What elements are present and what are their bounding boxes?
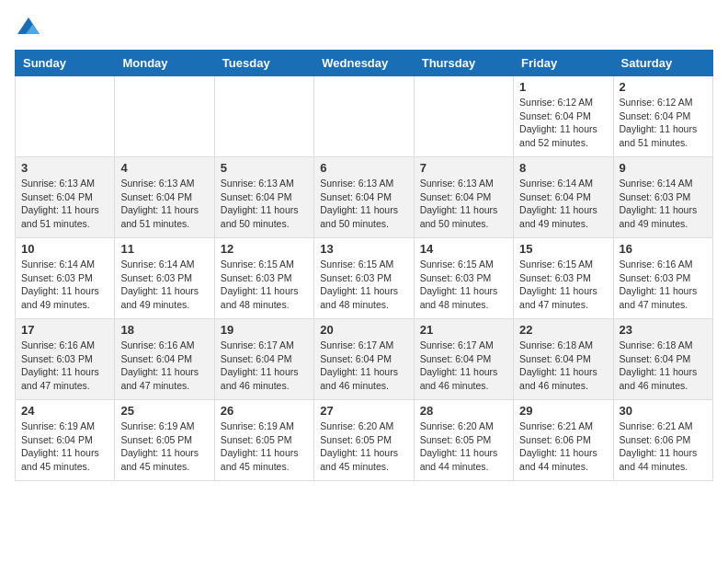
calendar-cell: 23Sunrise: 6:18 AM Sunset: 6:04 PM Dayli… — [613, 319, 712, 400]
day-number: 23 — [620, 323, 707, 337]
calendar-cell — [414, 76, 513, 157]
day-number: 24 — [21, 404, 108, 418]
calendar-cell: 27Sunrise: 6:20 AM Sunset: 6:05 PM Dayli… — [314, 400, 414, 481]
day-number: 15 — [519, 242, 607, 256]
day-number: 25 — [120, 404, 208, 418]
day-number: 16 — [620, 242, 707, 256]
calendar-cell: 7Sunrise: 6:13 AM Sunset: 6:04 PM Daylig… — [414, 157, 513, 238]
day-info: Sunrise: 6:18 AM Sunset: 6:04 PM Dayligh… — [620, 339, 707, 393]
calendar-cell: 5Sunrise: 6:13 AM Sunset: 6:04 PM Daylig… — [214, 157, 313, 238]
logo — [15, 15, 46, 42]
day-info: Sunrise: 6:18 AM Sunset: 6:04 PM Dayligh… — [519, 339, 607, 393]
day-info: Sunrise: 6:13 AM Sunset: 6:04 PM Dayligh… — [320, 177, 407, 231]
day-number: 13 — [320, 242, 407, 256]
calendar-cell: 22Sunrise: 6:18 AM Sunset: 6:04 PM Dayli… — [514, 319, 613, 400]
day-number: 22 — [519, 323, 607, 337]
calendar-cell: 9Sunrise: 6:14 AM Sunset: 6:03 PM Daylig… — [613, 157, 712, 238]
day-number: 1 — [519, 80, 607, 94]
day-info: Sunrise: 6:17 AM Sunset: 6:04 PM Dayligh… — [320, 339, 407, 393]
calendar-table: SundayMondayTuesdayWednesdayThursdayFrid… — [15, 50, 713, 481]
day-number: 20 — [320, 323, 407, 337]
day-info: Sunrise: 6:12 AM Sunset: 6:04 PM Dayligh… — [519, 96, 607, 150]
calendar-cell: 8Sunrise: 6:14 AM Sunset: 6:04 PM Daylig… — [514, 157, 613, 238]
day-number: 8 — [519, 161, 607, 175]
calendar-cell: 1Sunrise: 6:12 AM Sunset: 6:04 PM Daylig… — [514, 76, 613, 157]
weekday-header-monday: Monday — [115, 51, 214, 76]
calendar-cell: 15Sunrise: 6:15 AM Sunset: 6:03 PM Dayli… — [514, 238, 613, 319]
day-number: 19 — [221, 323, 308, 337]
calendar-cell — [115, 76, 214, 157]
day-number: 14 — [420, 242, 507, 256]
day-number: 21 — [420, 323, 507, 337]
day-number: 28 — [420, 404, 507, 418]
weekday-header-wednesday: Wednesday — [314, 51, 414, 76]
calendar-cell: 24Sunrise: 6:19 AM Sunset: 6:04 PM Dayli… — [16, 400, 115, 481]
calendar-cell: 26Sunrise: 6:19 AM Sunset: 6:05 PM Dayli… — [214, 400, 313, 481]
day-info: Sunrise: 6:14 AM Sunset: 6:04 PM Dayligh… — [519, 177, 607, 231]
day-info: Sunrise: 6:15 AM Sunset: 6:03 PM Dayligh… — [420, 258, 507, 312]
calendar-cell: 2Sunrise: 6:12 AM Sunset: 6:04 PM Daylig… — [613, 76, 712, 157]
calendar-week-row: 1Sunrise: 6:12 AM Sunset: 6:04 PM Daylig… — [16, 76, 713, 157]
day-info: Sunrise: 6:20 AM Sunset: 6:05 PM Dayligh… — [320, 419, 407, 474]
day-number: 4 — [120, 161, 208, 175]
calendar-cell: 6Sunrise: 6:13 AM Sunset: 6:04 PM Daylig… — [314, 157, 414, 238]
page-header — [15, 15, 713, 42]
day-info: Sunrise: 6:17 AM Sunset: 6:04 PM Dayligh… — [420, 339, 507, 393]
calendar-week-row: 24Sunrise: 6:19 AM Sunset: 6:04 PM Dayli… — [16, 400, 713, 481]
day-number: 27 — [320, 404, 407, 418]
calendar-cell: 4Sunrise: 6:13 AM Sunset: 6:04 PM Daylig… — [115, 157, 214, 238]
day-info: Sunrise: 6:13 AM Sunset: 6:04 PM Dayligh… — [221, 177, 308, 231]
calendar-cell — [16, 76, 115, 157]
day-info: Sunrise: 6:19 AM Sunset: 6:05 PM Dayligh… — [221, 419, 308, 474]
day-info: Sunrise: 6:16 AM Sunset: 6:04 PM Dayligh… — [120, 339, 208, 393]
weekday-header-friday: Friday — [514, 51, 613, 76]
day-info: Sunrise: 6:21 AM Sunset: 6:06 PM Dayligh… — [620, 419, 707, 474]
calendar-cell: 21Sunrise: 6:17 AM Sunset: 6:04 PM Dayli… — [414, 319, 513, 400]
logo-icon — [15, 15, 42, 42]
weekday-header-tuesday: Tuesday — [214, 51, 313, 76]
day-number: 12 — [221, 242, 308, 256]
day-number: 3 — [21, 161, 108, 175]
calendar-cell: 14Sunrise: 6:15 AM Sunset: 6:03 PM Dayli… — [414, 238, 513, 319]
calendar-cell: 11Sunrise: 6:14 AM Sunset: 6:03 PM Dayli… — [115, 238, 214, 319]
day-info: Sunrise: 6:20 AM Sunset: 6:05 PM Dayligh… — [420, 419, 507, 474]
day-info: Sunrise: 6:16 AM Sunset: 6:03 PM Dayligh… — [620, 258, 707, 312]
day-number: 7 — [420, 161, 507, 175]
day-info: Sunrise: 6:19 AM Sunset: 6:05 PM Dayligh… — [120, 419, 208, 474]
day-info: Sunrise: 6:21 AM Sunset: 6:06 PM Dayligh… — [519, 419, 607, 474]
calendar-cell: 29Sunrise: 6:21 AM Sunset: 6:06 PM Dayli… — [514, 400, 613, 481]
calendar-cell: 30Sunrise: 6:21 AM Sunset: 6:06 PM Dayli… — [613, 400, 712, 481]
weekday-header-sunday: Sunday — [16, 51, 115, 76]
day-number: 10 — [21, 242, 108, 256]
calendar-cell: 17Sunrise: 6:16 AM Sunset: 6:03 PM Dayli… — [16, 319, 115, 400]
day-info: Sunrise: 6:16 AM Sunset: 6:03 PM Dayligh… — [21, 339, 108, 393]
day-info: Sunrise: 6:17 AM Sunset: 6:04 PM Dayligh… — [221, 339, 308, 393]
day-number: 5 — [221, 161, 308, 175]
day-info: Sunrise: 6:13 AM Sunset: 6:04 PM Dayligh… — [420, 177, 507, 231]
calendar-cell: 28Sunrise: 6:20 AM Sunset: 6:05 PM Dayli… — [414, 400, 513, 481]
day-info: Sunrise: 6:14 AM Sunset: 6:03 PM Dayligh… — [120, 258, 208, 312]
day-number: 26 — [221, 404, 308, 418]
day-number: 18 — [120, 323, 208, 337]
day-number: 11 — [120, 242, 208, 256]
weekday-header-saturday: Saturday — [613, 51, 712, 76]
calendar-cell — [214, 76, 313, 157]
day-info: Sunrise: 6:14 AM Sunset: 6:03 PM Dayligh… — [21, 258, 108, 312]
day-info: Sunrise: 6:15 AM Sunset: 6:03 PM Dayligh… — [320, 258, 407, 312]
day-info: Sunrise: 6:15 AM Sunset: 6:03 PM Dayligh… — [519, 258, 607, 312]
calendar-cell: 16Sunrise: 6:16 AM Sunset: 6:03 PM Dayli… — [613, 238, 712, 319]
day-number: 29 — [519, 404, 607, 418]
calendar-week-row: 17Sunrise: 6:16 AM Sunset: 6:03 PM Dayli… — [16, 319, 713, 400]
calendar-cell — [314, 76, 414, 157]
calendar-header-row: SundayMondayTuesdayWednesdayThursdayFrid… — [16, 51, 713, 76]
calendar-cell: 25Sunrise: 6:19 AM Sunset: 6:05 PM Dayli… — [115, 400, 214, 481]
day-number: 30 — [620, 404, 707, 418]
calendar-cell: 10Sunrise: 6:14 AM Sunset: 6:03 PM Dayli… — [16, 238, 115, 319]
day-number: 9 — [620, 161, 707, 175]
day-info: Sunrise: 6:12 AM Sunset: 6:04 PM Dayligh… — [620, 96, 707, 150]
calendar-cell: 13Sunrise: 6:15 AM Sunset: 6:03 PM Dayli… — [314, 238, 414, 319]
day-number: 17 — [21, 323, 108, 337]
calendar-cell: 3Sunrise: 6:13 AM Sunset: 6:04 PM Daylig… — [16, 157, 115, 238]
day-info: Sunrise: 6:13 AM Sunset: 6:04 PM Dayligh… — [120, 177, 208, 231]
day-info: Sunrise: 6:15 AM Sunset: 6:03 PM Dayligh… — [221, 258, 308, 312]
